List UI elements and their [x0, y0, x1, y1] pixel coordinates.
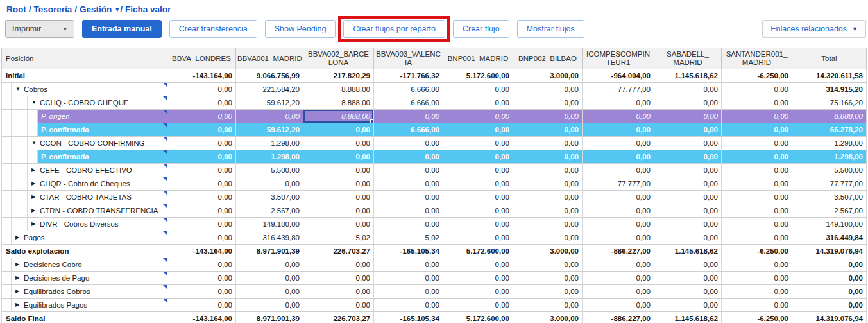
value-cell[interactable]: 14.319.076,94	[792, 245, 867, 258]
value-cell[interactable]: 9.066.756,99	[236, 69, 303, 83]
value-cell[interactable]: 3.000,00	[513, 312, 583, 323]
value-cell[interactable]: 0,00	[792, 299, 867, 312]
value-cell[interactable]: 0,00	[374, 258, 443, 272]
value-cell[interactable]: 0,00	[654, 96, 722, 110]
value-cell[interactable]: 0,00	[722, 177, 792, 191]
value-cell[interactable]: -6.250,00	[722, 312, 792, 323]
value-cell[interactable]: 0,00	[513, 96, 583, 110]
value-cell[interactable]: 0,00	[236, 272, 303, 285]
value-cell[interactable]: 0,00	[513, 191, 583, 204]
breadcrumb-root[interactable]: Root	[6, 4, 26, 14]
value-cell[interactable]: 0,00	[443, 204, 513, 218]
crear-flujo-button[interactable]: Crear flujo	[453, 20, 509, 38]
value-cell[interactable]: 0,00	[443, 137, 513, 150]
column-header[interactable]: Posición	[2, 48, 167, 69]
position-cell[interactable]: ▶Pagos	[2, 231, 167, 245]
value-cell[interactable]: 3.507,00	[792, 191, 867, 204]
value-cell[interactable]: 0,00	[236, 285, 303, 299]
value-cell[interactable]: 0,00	[167, 218, 236, 231]
value-cell[interactable]: 0,00	[654, 164, 722, 177]
value-cell[interactable]: 0,00	[236, 177, 303, 191]
expand-toggle-icon[interactable]: ▶	[15, 275, 22, 281]
expand-toggle-icon[interactable]: ▶	[15, 235, 22, 240]
value-cell[interactable]: 0,00	[654, 285, 722, 299]
value-cell[interactable]: 8.888,00	[303, 83, 374, 96]
value-cell[interactable]: 0,00	[654, 83, 722, 96]
value-cell[interactable]: 8.888,00	[303, 96, 374, 110]
value-cell[interactable]: 59.612,20	[236, 96, 303, 110]
value-cell[interactable]: 5,02	[374, 231, 443, 245]
value-cell[interactable]: 0,00	[654, 231, 722, 245]
value-cell[interactable]: 0,00	[303, 150, 374, 164]
value-cell[interactable]: 0,00	[583, 164, 654, 177]
value-cell[interactable]: 0,00	[583, 231, 654, 245]
value-cell[interactable]: 1.145.618,62	[654, 312, 722, 323]
value-cell[interactable]: 0,00	[443, 123, 513, 137]
position-cell[interactable]: P. confirmada	[2, 150, 167, 164]
position-cell[interactable]: ▶Equilibrados Cobros	[2, 285, 167, 299]
value-cell[interactable]: 0,00	[167, 150, 236, 164]
value-cell[interactable]: 0,00	[303, 164, 374, 177]
value-cell[interactable]: 75.166,20	[792, 96, 867, 110]
value-cell[interactable]: 1.298,00	[236, 150, 303, 164]
value-cell[interactable]: 0,00	[722, 204, 792, 218]
enlaces-relacionados-button[interactable]: Enlaces relacionados ▼	[762, 20, 866, 38]
value-cell[interactable]: 0,00	[443, 218, 513, 231]
expand-toggle-icon[interactable]: ▶	[31, 195, 38, 200]
value-cell[interactable]: 0,00	[303, 272, 374, 285]
value-cell[interactable]: 0,00	[167, 204, 236, 218]
value-cell[interactable]: 0,00	[583, 150, 654, 164]
value-cell[interactable]: 0,00	[722, 83, 792, 96]
value-cell[interactable]: 316.439,80	[236, 231, 303, 245]
collapse-toggle-icon[interactable]: ▼	[31, 141, 38, 146]
value-cell[interactable]: 0,00	[513, 177, 583, 191]
value-cell[interactable]: 0,00	[654, 272, 722, 285]
value-cell[interactable]: -886.227,00	[583, 245, 654, 258]
breadcrumb-gestion[interactable]: Gestión	[80, 4, 112, 14]
value-cell[interactable]: 0,00	[654, 110, 722, 123]
value-cell[interactable]: 0,00	[374, 272, 443, 285]
column-header[interactable]: BNP001_MADRID	[443, 48, 513, 69]
value-cell[interactable]: 0,00	[303, 285, 374, 299]
value-cell[interactable]: 0,00	[303, 191, 374, 204]
value-cell[interactable]: -6.250,00	[722, 69, 792, 83]
value-cell[interactable]: 0,00	[654, 218, 722, 231]
value-cell[interactable]: 0,00	[792, 272, 867, 285]
value-cell[interactable]: 0,00	[443, 177, 513, 191]
value-cell[interactable]: 0,00	[722, 231, 792, 245]
value-cell[interactable]: 0,00	[513, 299, 583, 312]
value-cell[interactable]: 0,00	[722, 285, 792, 299]
value-cell[interactable]: 0,00	[792, 285, 867, 299]
value-cell[interactable]: 0,00	[443, 285, 513, 299]
position-cell[interactable]: ▶Decisiones de Pago	[2, 272, 167, 285]
value-cell[interactable]: 0,00	[583, 96, 654, 110]
value-cell[interactable]: 6.666,00	[374, 123, 443, 137]
position-cell[interactable]: ▶Equilibrados Pagos	[2, 299, 167, 312]
value-cell[interactable]: 0,00	[654, 299, 722, 312]
value-cell[interactable]: 0,00	[513, 218, 583, 231]
value-cell[interactable]: 0,00	[722, 164, 792, 177]
value-cell[interactable]: 0,00	[513, 258, 583, 272]
value-cell[interactable]: 0,00	[513, 204, 583, 218]
value-cell[interactable]: 0,00	[722, 150, 792, 164]
mostrar-flujos-button[interactable]: Mostrar flujos	[517, 20, 584, 38]
value-cell[interactable]: 8.888,00	[792, 110, 867, 123]
position-cell[interactable]: ▶CTAR - COBRO TARJETAS	[2, 191, 167, 204]
value-cell[interactable]: 0,00	[374, 110, 443, 123]
value-cell[interactable]: 0,00	[583, 191, 654, 204]
value-cell[interactable]: -6.250,00	[722, 245, 792, 258]
value-cell[interactable]: 0,00	[374, 204, 443, 218]
value-cell[interactable]: 0,00	[167, 110, 236, 123]
value-cell[interactable]: 14.320.611,58	[792, 69, 867, 83]
value-cell[interactable]: 0,00	[513, 150, 583, 164]
value-cell[interactable]: 0,00	[583, 272, 654, 285]
value-cell[interactable]: 0,00	[722, 258, 792, 272]
value-cell[interactable]: 0,00	[513, 164, 583, 177]
value-cell[interactable]: 0,00	[654, 150, 722, 164]
value-cell[interactable]: 0,00	[792, 258, 867, 272]
value-cell[interactable]: 226.703,27	[303, 245, 374, 258]
value-cell[interactable]: 0,00	[583, 218, 654, 231]
value-cell[interactable]: 0,00	[443, 231, 513, 245]
value-cell[interactable]: -143.164,00	[167, 312, 236, 323]
value-cell[interactable]: 1.298,00	[792, 150, 867, 164]
